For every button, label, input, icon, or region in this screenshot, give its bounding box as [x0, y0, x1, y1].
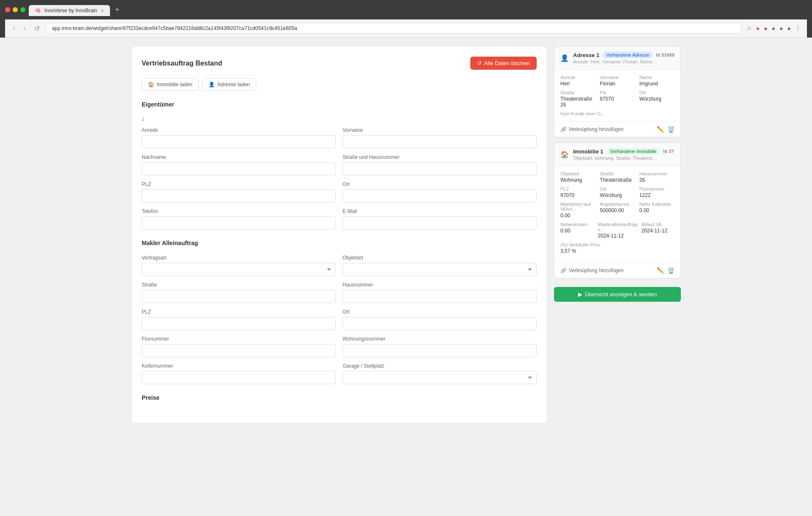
address-card-title: Adresse 1 Vorhandene Adresse Id 51669 [573, 52, 675, 58]
ort-label: Ort [343, 181, 537, 187]
makler-strasse-label: Straße [142, 282, 336, 288]
address-anrede-field: Anrede Herr [560, 75, 595, 87]
new-tab-button[interactable]: + [111, 3, 124, 16]
property-plz-field: PLZ 97070 [560, 186, 595, 198]
telefon-input[interactable] [142, 216, 336, 229]
makler-ort-label: Ort [343, 309, 537, 315]
flurnummer-input[interactable] [142, 344, 336, 357]
plz-input[interactable] [142, 189, 336, 202]
makler-hausnummer-group: Hausnummer [343, 282, 537, 303]
address-card-header: 👤 Adresse 1 Vorhandene Adresse Id 51669 … [554, 46, 680, 70]
telefon-label: Telefon [142, 208, 336, 214]
property-angebotspreis-field: Angebotspreis 500000.00 [600, 202, 635, 218]
tab-favicon: 🧠 [35, 8, 41, 14]
forward-button[interactable]: › [21, 24, 28, 33]
traffic-light-green[interactable] [20, 7, 25, 12]
plz-label: PLZ [142, 181, 336, 187]
extension-icon-4[interactable]: ● [779, 24, 784, 33]
load-property-button[interactable]: 🏠 Immobilie laden [142, 78, 199, 91]
makler-plz-input[interactable] [142, 317, 336, 330]
makler-strasse-input[interactable] [142, 290, 336, 303]
tab-close-icon[interactable]: ✕ [101, 8, 104, 13]
address-subtitle: Anrede: Herr, Vorname: Florian, Name: Im… [573, 59, 658, 64]
reload-button[interactable]: ↺ [32, 24, 42, 33]
address-fields-row2: Straße Theaterstraße 26 Plz 97070 Ort Wü… [560, 90, 675, 108]
makler-strasse-group: Straße [142, 282, 336, 303]
property-hausnummer-field: Hausnummer 26 [639, 171, 675, 183]
property-verkaufer-prov-field: (%) Verkäufer-Prov. 3,57 % [560, 242, 615, 254]
load-address-button[interactable]: 👤 Adresse laden [202, 78, 256, 91]
objektart-group: Objektart [343, 255, 537, 276]
property-card: 🏠 Immobilie 1 Vorhandene Immobilie Id 37… [554, 142, 681, 278]
address-card-body: Anrede Herr Vorname Florian Name Imgrund [554, 70, 680, 121]
traffic-light-yellow[interactable] [13, 7, 18, 12]
send-overview-button[interactable]: ▶ Übersicht anzeigen & senden [554, 287, 681, 302]
extension-icon-1[interactable]: ● [755, 24, 760, 33]
ort-input[interactable] [343, 189, 537, 202]
makler-plz-group: PLZ [142, 309, 336, 330]
vertragsart-label: Vertragsart [142, 255, 336, 261]
property-card-actions: ✏️ 🗑️ [657, 267, 675, 274]
property-delete-button[interactable]: 🗑️ [667, 267, 675, 274]
address-card: 👤 Adresse 1 Vorhandene Adresse Id 51669 … [554, 46, 681, 137]
anrede-label: Anrede [142, 127, 336, 133]
more-icon[interactable]: ⋮ [794, 24, 802, 33]
link-icon: 🔗 [560, 126, 567, 132]
makler-ort-input[interactable] [343, 317, 537, 330]
address-edit-button[interactable]: ✏️ [657, 126, 664, 133]
extension-icon-2[interactable]: ● [763, 24, 768, 33]
anrede-input[interactable] [142, 135, 336, 148]
extension-icon-3[interactable]: ● [771, 24, 776, 33]
nachname-label: Nachname [142, 154, 336, 160]
bookmark-icon[interactable]: ☆ [746, 24, 753, 33]
traffic-light-red[interactable] [5, 7, 10, 12]
address-add-link-button[interactable]: 🔗 Verknüpfung hinzufügen [560, 126, 623, 132]
property-netto-kaltmiete-field: Netto Kaltmiete 0.00 [639, 202, 675, 218]
kellernummer-label: Kellernummer [142, 363, 336, 369]
kellernummer-input[interactable] [142, 371, 336, 384]
strasse-hausnummer-group: Straße und Hausnummer [343, 154, 537, 175]
makler-hausnummer-input[interactable] [343, 290, 537, 303]
kellernummer-group: Kellernummer [142, 363, 336, 384]
person-icon: 👤 [208, 82, 215, 87]
extension-icon-5[interactable]: ● [787, 24, 792, 33]
address-vorname-field: Vorname Florian [600, 75, 635, 87]
address-strasse-field: Straße Theaterstraße 26 [560, 90, 595, 108]
vorname-input[interactable] [343, 135, 537, 148]
address-card-info: Adresse 1 Vorhandene Adresse Id 51669 An… [573, 52, 675, 64]
property-add-link-button[interactable]: 🔗 Verknüpfung hinzufügen [560, 268, 623, 273]
anrede-group: Anrede [142, 127, 336, 148]
property-marktpreis-field: Marktpreis laut VRIm... 0.00 [560, 202, 595, 218]
vertragsart-select[interactable] [142, 263, 336, 276]
nachname-input[interactable] [142, 162, 336, 175]
back-button[interactable]: ‹ [10, 24, 17, 33]
address-bar[interactable]: app.inno-brain.de/widget/share/97f233ecd… [46, 23, 742, 34]
owner-number: 1 [142, 116, 537, 122]
vorname-label: Vorname [343, 127, 537, 133]
objektart-label: Objektart [343, 255, 537, 261]
wohnungsnummer-group: Wohnungsnummer [343, 336, 537, 357]
objektart-select[interactable] [343, 263, 537, 276]
address-delete-button[interactable]: 🗑️ [667, 126, 675, 133]
property-link-icon: 🔗 [560, 268, 567, 273]
address-id: Id 51669 [656, 52, 674, 57]
wohnungsnummer-label: Wohnungsnummer [343, 336, 537, 342]
property-edit-button[interactable]: ✏️ [657, 267, 664, 274]
address-ort-field: Ort Würzburg [639, 90, 675, 108]
property-makleralleinauftrag-field: Makleralleinauftrag v... 2024-11-12 [598, 222, 637, 239]
email-input[interactable] [343, 216, 537, 229]
active-tab[interactable]: 🧠 InnoVerse by InnoBrain ✕ [29, 5, 110, 16]
send-icon: ▶ [578, 291, 582, 298]
property-ablauf-va-field: Ablauf VA 2024-11-12 [641, 222, 675, 239]
wohnungsnummer-input[interactable] [343, 344, 537, 357]
garage-label: Garage / Stellplatz [343, 363, 537, 369]
address-name-field: Name Imgrund [639, 75, 675, 87]
garage-select[interactable] [343, 371, 537, 384]
property-card-info: Immobilie 1 Vorhandene Immobilie Id 37 O… [573, 148, 675, 161]
clear-all-button[interactable]: ↺ Alle Daten löschen [470, 57, 537, 70]
strasse-hausnummer-input[interactable] [343, 162, 537, 175]
makler-hausnummer-label: Hausnummer [343, 282, 537, 288]
vorname-group: Vorname [343, 127, 537, 148]
plz-group: PLZ [142, 181, 336, 202]
property-fields-row1: Objektart Wohnung Straße Theaterstraße H… [560, 171, 675, 183]
